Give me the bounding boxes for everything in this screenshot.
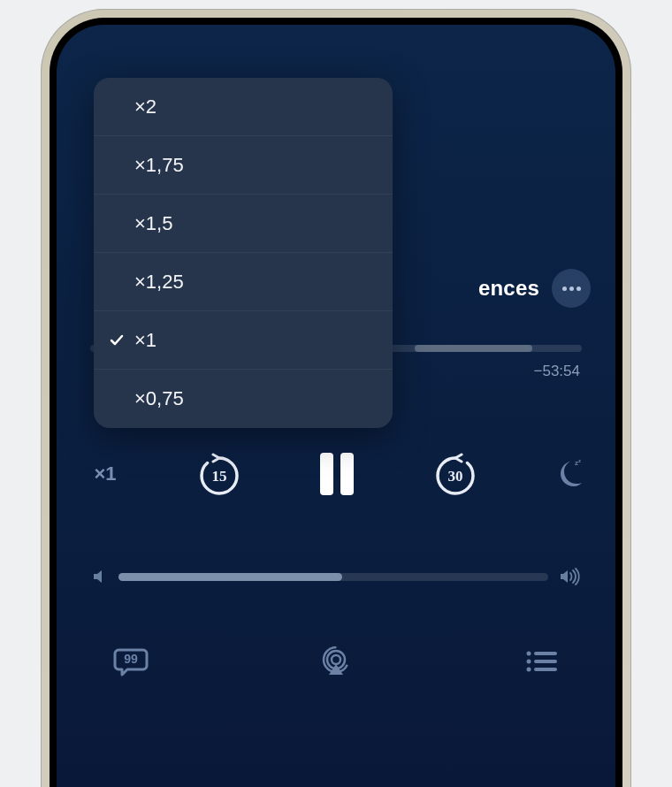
bottom-toolbar: 99 bbox=[110, 644, 562, 679]
playback-speed-button[interactable]: ×1 bbox=[83, 462, 127, 485]
volume-slider[interactable] bbox=[118, 573, 548, 581]
airplay-button[interactable] bbox=[315, 644, 357, 679]
airplay-icon bbox=[319, 646, 353, 676]
speed-option-label: ×1,25 bbox=[134, 271, 184, 294]
speed-option-label: ×1,75 bbox=[134, 154, 184, 177]
speed-option-1-75x[interactable]: ×1,75 bbox=[94, 136, 393, 195]
skip-back-button[interactable]: 15 bbox=[196, 451, 242, 497]
speech-bubble-icon: 99 bbox=[113, 646, 149, 676]
list-icon bbox=[525, 650, 557, 673]
queue-button[interactable] bbox=[520, 644, 562, 679]
svg-rect-9 bbox=[534, 652, 557, 655]
svg-text:z: z bbox=[578, 458, 581, 463]
lyrics-button[interactable]: 99 bbox=[110, 644, 152, 679]
svg-rect-11 bbox=[534, 660, 557, 663]
pause-button[interactable] bbox=[310, 449, 363, 499]
speed-menu: ×2 ×1,75 ×1,5 ×1,25 ×1 bbox=[94, 78, 393, 428]
moon-icon: z z bbox=[552, 458, 584, 490]
sleep-timer-button[interactable]: z z bbox=[546, 453, 589, 495]
speed-option-label: ×0,75 bbox=[134, 387, 184, 410]
phone-bezel: ences −53:54 ×1 bbox=[50, 18, 622, 787]
svg-text:99: 99 bbox=[124, 652, 138, 666]
now-playing-view: ences −53:54 ×1 bbox=[57, 25, 615, 787]
svg-point-10 bbox=[527, 660, 531, 664]
episode-title: ences bbox=[478, 276, 539, 301]
speed-option-label: ×1,5 bbox=[134, 212, 172, 235]
volume-fill bbox=[118, 573, 342, 581]
svg-point-8 bbox=[527, 652, 531, 656]
speed-option-2x[interactable]: ×2 bbox=[94, 78, 393, 136]
playback-progress-fill bbox=[415, 345, 532, 352]
svg-rect-13 bbox=[534, 668, 557, 671]
skip-forward-button[interactable]: 30 bbox=[432, 451, 478, 497]
svg-point-5 bbox=[332, 655, 340, 664]
svg-text:15: 15 bbox=[211, 468, 226, 485]
skip-forward-icon: 30 bbox=[434, 453, 477, 495]
title-row: ences bbox=[478, 269, 591, 308]
phone-frame: ences −53:54 ×1 bbox=[41, 9, 631, 787]
ellipsis-icon bbox=[562, 287, 567, 291]
volume-high-icon bbox=[559, 568, 580, 585]
svg-point-12 bbox=[527, 668, 531, 672]
more-options-button[interactable] bbox=[552, 269, 591, 308]
transport-controls: ×1 15 bbox=[83, 449, 589, 499]
phone-screen: ences −53:54 ×1 bbox=[57, 25, 615, 787]
speed-option-0-75x[interactable]: ×0,75 bbox=[94, 370, 393, 428]
svg-text:30: 30 bbox=[447, 468, 462, 485]
pause-icon bbox=[320, 453, 333, 495]
volume-control bbox=[92, 568, 580, 585]
volume-low-icon bbox=[92, 569, 108, 585]
speed-option-label: ×1 bbox=[134, 329, 157, 352]
time-remaining-label: −53:54 bbox=[534, 363, 580, 380]
speed-option-1-5x[interactable]: ×1,5 bbox=[94, 195, 393, 253]
skip-back-icon: 15 bbox=[198, 453, 241, 495]
checkmark-icon bbox=[108, 332, 126, 349]
speed-option-1x[interactable]: ×1 bbox=[94, 311, 393, 370]
speed-option-1-25x[interactable]: ×1,25 bbox=[94, 253, 393, 311]
speed-option-label: ×2 bbox=[134, 96, 157, 118]
